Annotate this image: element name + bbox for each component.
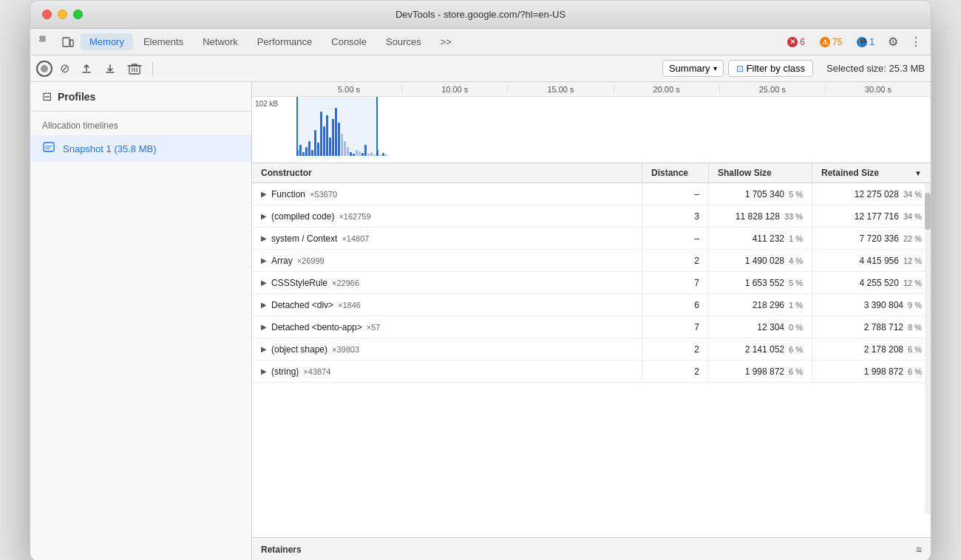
tick-10s: 10.00 s [402, 85, 508, 94]
timeline-area: 5.00 s 10.00 s 15.00 s 20.00 s 25.00 s 3… [252, 82, 931, 163]
tab-performance[interactable]: Performance [248, 33, 321, 50]
filter-by-class-button[interactable]: ⊡ Filter by class [728, 60, 813, 77]
main-toolbar: MemoryElementsNetworkPerformanceConsoleS… [30, 29, 931, 55]
svg-rect-5 [70, 40, 73, 47]
expand-arrow[interactable]: ▶ [261, 234, 267, 242]
toolbar-right: ✕ 6 ⚠ 75 🏴 1 ⚙ ⋮ [783, 32, 925, 52]
cell-shallow: 218 2961 % [709, 294, 812, 315]
tab-console[interactable]: Console [322, 33, 376, 50]
window-title: DevTools - store.google.com/?hl=en-US [395, 9, 566, 20]
tick-labels: 5.00 s 10.00 s 15.00 s 20.00 s 25.00 s 3… [296, 85, 931, 94]
info-dot: 🏴 [857, 37, 867, 47]
record-button[interactable] [36, 61, 52, 77]
summary-label: Summary [669, 63, 710, 74]
more-options-icon[interactable]: ⋮ [907, 32, 925, 52]
minimize-button[interactable] [58, 10, 67, 19]
cell-shallow: 1 705 3405 % [709, 183, 812, 205]
shallow-pct: 5 % [789, 279, 803, 287]
retained-pct: 6 % [908, 345, 922, 354]
tick-25s: 25.00 s [720, 85, 826, 94]
shallow-pct: 6 % [789, 345, 803, 354]
error-count: 6 [800, 37, 805, 47]
constructor-value: (compiled code) [271, 211, 334, 222]
maximize-button[interactable] [73, 10, 83, 19]
scrollbar-thumb[interactable] [925, 193, 931, 230]
tab->>[interactable]: >> [432, 33, 461, 50]
cell-shallow: 12 3040 % [709, 316, 812, 338]
retained-pct: 34 % [903, 190, 922, 199]
shallow-pct: 4 % [789, 256, 803, 265]
constructor-value: Detached <bento-app> [271, 322, 362, 332]
profiles-label: Profiles [58, 91, 95, 103]
tick-20s: 20.00 s [614, 85, 720, 94]
expand-arrow[interactable]: ▶ [261, 212, 267, 220]
nav-tabs: MemoryElementsNetworkPerformanceConsoleS… [81, 33, 461, 50]
tab-elements[interactable]: Elements [135, 33, 192, 50]
constructor-value: Function [271, 189, 305, 199]
error-badge[interactable]: ✕ 6 [783, 35, 809, 49]
shallow-pct: 33 % [784, 212, 803, 221]
settings-icon[interactable]: ⚙ [885, 32, 901, 52]
col-shallow[interactable]: Shallow Size [709, 163, 812, 182]
retained-pct: 9 % [908, 301, 922, 310]
expand-arrow[interactable]: ▶ [261, 367, 267, 375]
selected-size-label: Selected size: 25.3 MB [826, 63, 925, 74]
count-value: ×162759 [339, 212, 370, 221]
table-row: ▶ (compiled code) ×162759 3 11 828 12833… [252, 205, 931, 228]
cell-retained: 4 255 52012 % [812, 272, 931, 293]
allocation-timelines-section: Allocation timelines [30, 112, 251, 135]
summary-dropdown[interactable]: Summary ▾ [662, 60, 724, 77]
bar [382, 153, 384, 156]
snapshot-label: Snapshot 1 (35.8 MB) [63, 143, 156, 154]
svg-rect-10 [44, 143, 54, 151]
cell-shallow: 1 653 5525 % [709, 272, 812, 293]
snapshot-item[interactable]: Snapshot 1 (35.8 MB) [30, 135, 251, 162]
warning-badge[interactable]: ⚠ 75 [815, 35, 846, 49]
download-button[interactable] [101, 59, 120, 78]
cell-constructor: ▶ system / Context ×14807 [252, 228, 642, 249]
cell-constructor: ▶ Detached <bento-app> ×57 [252, 316, 642, 338]
cell-shallow: 11 828 12833 % [709, 205, 812, 227]
cell-constructor: ▶ (object shape) ×39803 [252, 338, 642, 360]
tab-network[interactable]: Network [194, 33, 247, 50]
shallow-pct: 0 % [789, 323, 803, 332]
sliders-icon: ⊟ [42, 89, 52, 103]
clear-button[interactable]: ⊘ [57, 58, 72, 78]
expand-arrow[interactable]: ▶ [261, 301, 267, 309]
collect-garbage-button[interactable] [124, 59, 145, 78]
retained-pct: 12 % [903, 256, 922, 265]
expand-arrow[interactable]: ▶ [261, 345, 267, 353]
chevron-down-icon: ▾ [713, 64, 717, 72]
main-panel: 5.00 s 10.00 s 15.00 s 20.00 s 25.00 s 3… [252, 82, 931, 560]
traffic-lights [42, 10, 83, 19]
close-button[interactable] [42, 10, 52, 19]
expand-arrow[interactable]: ▶ [261, 279, 267, 287]
retained-label: Retained Size [821, 168, 879, 178]
tab-memory[interactable]: Memory [81, 33, 133, 50]
expand-arrow[interactable]: ▶ [261, 256, 267, 264]
scrollbar-track[interactable] [925, 163, 931, 513]
timeline-ticks-row: 5.00 s 10.00 s 15.00 s 20.00 s 25.00 s 3… [252, 82, 931, 97]
secondary-toolbar: ⊘ Summary ▾ [30, 55, 931, 82]
cell-distance: 3 [642, 205, 709, 227]
error-dot: ✕ [787, 37, 798, 47]
record-dot [41, 65, 48, 72]
col-retained[interactable]: Retained Size ▼ [812, 163, 931, 182]
retainers-menu-icon[interactable]: ≡ [916, 544, 922, 556]
col-distance[interactable]: Distance [642, 163, 709, 182]
info-badge[interactable]: 🏴 1 [852, 35, 879, 49]
inspect-icon[interactable] [36, 33, 55, 52]
tab-sources[interactable]: Sources [377, 33, 430, 50]
device-toggle-icon[interactable] [58, 33, 78, 52]
retained-pct: 6 % [908, 367, 922, 376]
count-value: ×39803 [332, 345, 359, 354]
expand-arrow[interactable]: ▶ [261, 323, 267, 331]
cell-constructor: ▶ (compiled code) ×162759 [252, 205, 642, 227]
sidebar-header: ⊟ Profiles [30, 82, 251, 112]
upload-button[interactable] [77, 59, 96, 78]
col-constructor[interactable]: Constructor [252, 163, 642, 182]
cell-retained: 12 177 71634 % [812, 205, 931, 227]
svg-rect-0 [40, 36, 42, 38]
shallow-label: Shallow Size [718, 168, 772, 178]
expand-arrow[interactable]: ▶ [261, 190, 267, 198]
